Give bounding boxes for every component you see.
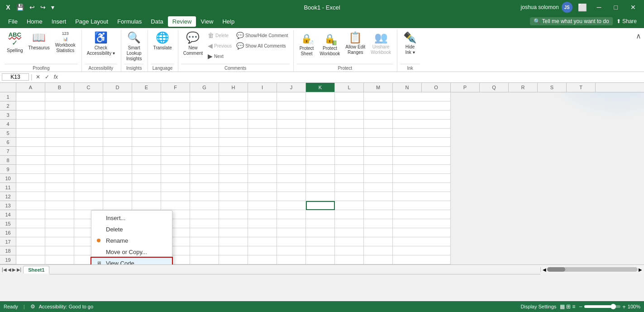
undo-qat-button[interactable]: ↩ xyxy=(28,3,37,12)
cell-G7[interactable] xyxy=(190,147,219,156)
cell-H6[interactable] xyxy=(219,138,248,147)
cell-E7[interactable] xyxy=(132,147,161,156)
row-17[interactable]: 17 xyxy=(0,237,16,246)
cell-E9[interactable] xyxy=(132,165,161,174)
ribbon-display-button[interactable]: ⬜ xyxy=(576,2,589,13)
menu-item-view[interactable]: View xyxy=(196,16,218,27)
cell-E11[interactable] xyxy=(132,183,161,192)
cell-K10[interactable] xyxy=(306,174,335,183)
cell-A10[interactable] xyxy=(16,174,45,183)
cell-B4[interactable] xyxy=(45,120,74,129)
cell-M3[interactable] xyxy=(364,110,393,120)
cell-J7[interactable] xyxy=(277,147,306,156)
cell-G2[interactable] xyxy=(190,101,219,110)
cell-L9[interactable] xyxy=(335,165,364,174)
search-box[interactable]: 🔍 Tell me what you want to do xyxy=(530,17,613,25)
cell-N4[interactable] xyxy=(393,120,451,129)
sheet-tab-sheet1[interactable]: Sheet1 xyxy=(23,266,49,274)
cell-L10[interactable] xyxy=(335,174,364,183)
cell-J16[interactable] xyxy=(277,228,306,237)
h-scroll-left[interactable]: ◀ xyxy=(543,267,546,272)
cell-N5[interactable] xyxy=(393,129,451,138)
cell-K17[interactable] xyxy=(306,237,335,246)
cell-K2[interactable] xyxy=(306,101,335,110)
cell-B14[interactable] xyxy=(45,210,74,219)
cell-J3[interactable] xyxy=(277,110,306,120)
cell-L17[interactable] xyxy=(335,237,364,246)
cell-A7[interactable] xyxy=(16,147,45,156)
cell-E10[interactable] xyxy=(132,174,161,183)
row-7[interactable]: 7 xyxy=(0,147,16,156)
cell-B5[interactable] xyxy=(45,129,74,138)
col-N[interactable]: N xyxy=(393,83,422,92)
row-6[interactable]: 6 xyxy=(0,138,16,147)
cell-M4[interactable] xyxy=(364,120,393,129)
cell-F10[interactable] xyxy=(161,174,190,183)
cell-D7[interactable] xyxy=(103,147,132,156)
cell-J1[interactable] xyxy=(277,92,306,101)
cancel-formula-button[interactable]: ✕ xyxy=(34,74,42,80)
cell-L1[interactable] xyxy=(335,92,364,101)
cell-L15[interactable] xyxy=(335,219,364,228)
workbook-statistics-button[interactable]: 123 📊 WorkbookStatistics xyxy=(53,30,78,55)
cell-I12[interactable] xyxy=(248,192,277,201)
cell-M17[interactable] xyxy=(364,237,393,246)
row-11[interactable]: 11 xyxy=(0,183,16,192)
cell-C2[interactable] xyxy=(74,101,103,110)
cell-M11[interactable] xyxy=(364,183,393,192)
minimize-button[interactable]: ─ xyxy=(592,2,606,13)
formula-input[interactable] xyxy=(61,74,642,80)
cell-M15[interactable] xyxy=(364,219,393,228)
cell-J15[interactable] xyxy=(277,219,306,228)
cell-K18[interactable] xyxy=(306,246,335,255)
cell-N7[interactable] xyxy=(393,147,451,156)
row-10[interactable]: 10 xyxy=(0,174,16,183)
cell-M5[interactable] xyxy=(364,129,393,138)
cell-A13[interactable] xyxy=(16,201,45,210)
cell-K15[interactable] xyxy=(306,219,335,228)
cell-I17[interactable] xyxy=(248,237,277,246)
col-J[interactable]: J xyxy=(277,83,306,92)
cell-M14[interactable] xyxy=(364,210,393,219)
cell-A17[interactable] xyxy=(16,237,45,246)
cell-K7[interactable] xyxy=(306,147,335,156)
cell-J5[interactable] xyxy=(277,129,306,138)
menu-item-page-layout[interactable]: Page Layout xyxy=(71,16,113,27)
cell-A12[interactable] xyxy=(16,192,45,201)
cell-F5[interactable] xyxy=(161,129,190,138)
cell-D4[interactable] xyxy=(103,120,132,129)
col-P[interactable]: P xyxy=(451,83,480,92)
cell-F3[interactable] xyxy=(161,110,190,120)
cell-J14[interactable] xyxy=(277,210,306,219)
col-H[interactable]: H xyxy=(219,83,248,92)
cell-F4[interactable] xyxy=(161,120,190,129)
sheet-nav-prev[interactable]: ◀ xyxy=(8,267,11,272)
cell-H3[interactable] xyxy=(219,110,248,120)
cell-B18[interactable] xyxy=(45,246,74,255)
row-5[interactable]: 5 xyxy=(0,129,16,138)
insert-function-button[interactable]: fx xyxy=(52,74,59,80)
cell-I9[interactable] xyxy=(248,165,277,174)
col-Q[interactable]: Q xyxy=(480,83,509,92)
cell-E5[interactable] xyxy=(132,129,161,138)
ctx-view-code[interactable]: 🖥 View Code xyxy=(91,258,172,264)
row-9[interactable]: 9 xyxy=(0,165,16,174)
cell-M1[interactable] xyxy=(364,92,393,101)
cell-B16[interactable] xyxy=(45,228,74,237)
cell-J13[interactable] xyxy=(277,201,306,210)
row-1[interactable]: 1 xyxy=(0,92,16,101)
cell-K8[interactable] xyxy=(306,156,335,165)
cell-C1[interactable] xyxy=(74,92,103,101)
previous-comment-button[interactable]: ◀ Previous xyxy=(206,41,234,50)
cell-E13[interactable] xyxy=(132,201,161,210)
cell-D5[interactable] xyxy=(103,129,132,138)
cell-B12[interactable] xyxy=(45,192,74,201)
cell-D11[interactable] xyxy=(103,183,132,192)
menu-item-review[interactable]: Review xyxy=(168,16,196,27)
cell-A15[interactable] xyxy=(16,219,45,228)
row-15[interactable]: 15 xyxy=(0,219,16,228)
col-R[interactable]: R xyxy=(509,83,538,92)
cell-D10[interactable] xyxy=(103,174,132,183)
check-accessibility-button[interactable]: ♿ CheckAccessibility ▾ xyxy=(85,30,117,58)
menu-item-data[interactable]: Data xyxy=(146,16,167,27)
